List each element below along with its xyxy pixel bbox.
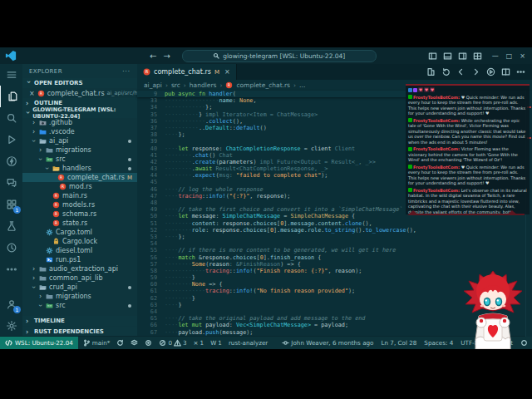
code-line[interactable]: 53····}; [137,234,532,240]
tree-item-main.rs[interactable]: Rmain.rs [22,191,137,200]
target-status[interactable] [145,339,152,347]
breadcrumb-item[interactable]: … [299,81,306,89]
activity-explorer[interactable] [0,86,23,107]
open-changes-icon[interactable] [426,67,436,76]
command-center-search[interactable]: glowing-telegram [WSL: Ubuntu-22.04] [182,50,377,62]
split-icon[interactable] [501,67,510,76]
tree-item-.vscode[interactable]: ›.vscode [22,127,137,136]
close-icon[interactable]: × [520,52,525,60]
code-line[interactable]: 54 [137,240,532,247]
tab-close-icon[interactable]: × [224,68,230,76]
more-icon[interactable] [516,67,525,76]
breadcrumb-item[interactable]: handlers [190,81,217,89]
nav-back-icon[interactable]: ← [150,52,156,61]
prev-change-icon[interactable] [456,67,466,76]
activity-menu[interactable] [0,64,22,86]
chevron-down-icon[interactable]: › [37,156,44,162]
close-editor-icon[interactable]: × [29,90,35,97]
activity-search[interactable] [0,107,22,129]
chevron-right-icon[interactable]: › [31,265,37,273]
tree-item-run.ps1[interactable]: run.ps1 [22,255,137,264]
next-change-icon[interactable] [471,67,480,76]
section-open-editors[interactable]: › OPEN EDITORS [22,78,137,88]
code-line[interactable]: 55····// if there is more content to be … [137,247,532,254]
tree-item-ai_api[interactable]: ›ai_api [22,136,137,145]
chevron-down-icon[interactable]: › [43,165,51,171]
chevron-right-icon[interactable]: › [31,128,37,135]
discard-icon[interactable] [441,67,451,76]
blame-info[interactable]: John Weaver, 6 months ago [282,339,373,347]
line-number: 63 [137,302,165,308]
activity-comments[interactable] [0,172,22,194]
desktop-letterboxed-capture: { "colors": { "accent_teal": "#3fc6d6", … [0,0,532,399]
tree-item-complete_chat.rs[interactable]: Rcomplete_chat.rsM [22,173,137,182]
indentation[interactable]: Spaces: 4 [424,339,453,347]
activity-settings[interactable] [0,315,22,337]
code-token: ); [348,288,355,294]
activity-account[interactable]: 1 [0,293,22,315]
layout-sidebar-left-icon[interactable] [428,52,437,61]
section-project[interactable]: › GLOWING-TELEGRAM [WSL: UBUNTU-22.04] [22,108,137,118]
code-line[interactable]: 51········content: response.choices[0].m… [137,220,532,227]
tree-item-mod.rs[interactable]: Rmod.rs [22,182,137,191]
code-line[interactable]: 57········Some(reason: &FinishReason) =>… [137,261,532,268]
code-line[interactable]: 52········role: response.choices[0].mess… [137,227,532,234]
code-line[interactable]: 56····match &response.choices[0].finish_… [137,254,532,261]
tree-item-src[interactable]: ›<>src [22,155,137,164]
activity-testing[interactable] [0,215,22,237]
tree-item-migrations[interactable]: ›migrations [22,145,137,155]
activity-history[interactable] [0,237,22,259]
tree-item-models.rs[interactable]: Rmodels.rs [22,200,137,209]
tree-item-crud_api[interactable]: ›crud_api [22,283,137,292]
chevron-down-icon[interactable]: › [30,284,37,290]
activity-run-debug[interactable] [0,129,22,150]
counter-x[interactable]: ×1 [194,339,204,347]
layout-sidebar-right-icon[interactable] [458,52,467,61]
nav-forward-icon[interactable]: → [163,52,170,61]
section-timeline[interactable]: › TIMELINE [22,316,137,326]
tree-item-migrations[interactable]: ›migrations [22,292,137,301]
breadcrumb-item[interactable]: src [171,81,180,89]
breadcrumb-item[interactable]: ai_api [144,81,162,89]
activity-more[interactable] [0,259,22,280]
line-number: 40 [137,145,165,152]
line-number: 61 [137,288,165,294]
chevron-right-icon[interactable]: › [31,119,37,126]
problems[interactable]: 03 [159,339,186,347]
tree-item-.github[interactable]: ›.github [22,118,137,127]
tree-item-common_api_lib[interactable]: ›common_api_lib [22,273,137,283]
chevron-right-icon[interactable]: › [31,274,37,282]
minimize-icon[interactable]: — [492,52,499,60]
tree-item-Cargo.lock[interactable]: Cargo.lock [22,237,137,246]
run-circle-icon[interactable] [486,67,495,76]
more-actions-icon[interactable]: ··· [122,68,131,75]
git-branch[interactable]: main* [83,339,111,347]
open-editor-item[interactable]: ×Rcomplete_chat.rsai_api/src/h...M [22,88,137,98]
chevron-right-icon[interactable]: › [37,146,43,154]
chevron-down-icon[interactable]: › [30,138,37,144]
tree-item-handlers[interactable]: ›handlers [22,164,137,173]
counter-w[interactable]: W1 [210,339,222,347]
tree-item-audio_extraction_api[interactable]: ›audio_extraction_api [22,264,137,273]
chevron-down-icon[interactable]: › [37,303,44,308]
tree-item-schema.rs[interactable]: Rschema.rs [22,209,137,219]
layers-status[interactable] [131,339,138,347]
cursor-position[interactable]: Ln 7, Col 28 [382,339,417,347]
layout-panel-icon[interactable] [443,52,452,61]
breadcrumb-item[interactable]: complete_chat.rs [236,81,290,89]
rust-analyzer-status[interactable]: rust-analyzer [229,339,268,347]
tree-item-src[interactable]: ›<>src [22,301,137,310]
sync-status[interactable] [116,339,124,347]
activity-thunder-client[interactable] [0,150,22,172]
maximize-icon[interactable]: □ [506,52,513,60]
branch-icon [83,339,91,347]
activity-extensions[interactable]: 1 [0,194,22,215]
chevron-right-icon[interactable]: › [37,293,43,300]
tab-complete-chat[interactable]: R complete_chat.rs M × [137,64,237,80]
tree-item-Cargo.toml[interactable]: Cargo.toml [22,228,137,237]
tree-item-state.rs[interactable]: Rstate.rs [22,219,137,228]
remote-indicator[interactable]: WSL: Ubuntu-22.04 [0,337,78,349]
tree-item-diesel.toml[interactable]: diesel.toml [22,246,137,255]
code-token: default [236,125,260,131]
customize-layout-icon[interactable] [473,52,482,61]
